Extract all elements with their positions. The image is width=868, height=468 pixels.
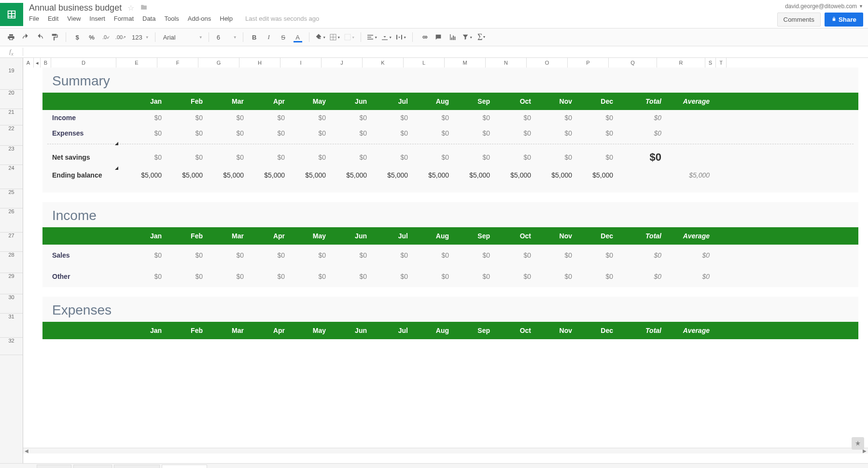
col-Q[interactable]: Q bbox=[609, 58, 657, 68]
star-icon[interactable]: ☆ bbox=[127, 3, 134, 13]
col-G[interactable]: G bbox=[198, 58, 239, 68]
borders-icon[interactable]: ▼ bbox=[329, 31, 341, 43]
strikethrough-icon[interactable]: S bbox=[277, 31, 290, 43]
menu-data[interactable]: Data bbox=[142, 15, 155, 22]
lock-icon bbox=[831, 16, 837, 23]
bold-icon[interactable]: B bbox=[248, 31, 261, 43]
share-button[interactable]: Share bbox=[825, 13, 863, 27]
menu-addons[interactable]: Add-ons bbox=[188, 15, 211, 22]
horizontal-scrollbar[interactable]: ◀ ▶ bbox=[23, 448, 868, 454]
row-26[interactable]: 26 bbox=[0, 208, 23, 233]
menu-file[interactable]: File bbox=[29, 15, 39, 22]
filter-icon[interactable]: ▼ bbox=[461, 31, 474, 43]
sheet-body[interactable]: Summary JanFebMarAprMayJunJulAugSepOctNo… bbox=[23, 68, 868, 463]
tab-summary[interactable]: Summary▼ bbox=[162, 465, 207, 468]
expenses-row[interactable]: Expenses $0$0$0$0$0$0$0$0$0$0$0$0 $0 bbox=[42, 125, 858, 141]
formula-input[interactable] bbox=[23, 46, 868, 57]
insert-chart-icon[interactable] bbox=[447, 31, 459, 43]
scroll-left-icon[interactable]: ◀ bbox=[23, 448, 30, 454]
fill-color-icon[interactable]: ▼ bbox=[314, 31, 327, 43]
row-23[interactable]: 23 bbox=[0, 146, 23, 165]
font-size-select[interactable]: 6 bbox=[214, 33, 238, 42]
horizontal-align-icon[interactable]: ▼ bbox=[366, 31, 378, 43]
expenses-title: Expenses bbox=[42, 297, 858, 322]
menu-format[interactable]: Format bbox=[114, 15, 134, 22]
row-28[interactable]: 28 bbox=[0, 252, 23, 273]
paint-format-icon[interactable] bbox=[48, 31, 61, 43]
vertical-align-icon[interactable]: ▼ bbox=[380, 31, 393, 43]
col-D[interactable]: D bbox=[51, 58, 116, 68]
tab-expenses[interactable]: Expenses▼ bbox=[114, 465, 160, 468]
text-wrap-icon[interactable]: ▼ bbox=[395, 31, 407, 43]
menu-tools[interactable]: Tools bbox=[164, 15, 179, 22]
folder-icon[interactable] bbox=[140, 4, 148, 13]
col-O[interactable]: O bbox=[527, 58, 568, 68]
row-20[interactable]: 20 bbox=[0, 90, 23, 109]
italic-icon[interactable]: I bbox=[263, 31, 275, 43]
menu-edit[interactable]: Edit bbox=[48, 15, 58, 22]
text-color-icon[interactable]: A bbox=[292, 31, 304, 43]
row-27[interactable]: 27 bbox=[0, 233, 23, 252]
add-sheet-button[interactable]: + bbox=[4, 465, 15, 468]
col-F[interactable]: F bbox=[157, 58, 198, 68]
row-25[interactable]: 25 bbox=[0, 189, 23, 208]
tab-setup[interactable]: Setup▼ bbox=[37, 465, 71, 468]
row-32[interactable]: 32 bbox=[0, 338, 23, 355]
col-B[interactable]: B bbox=[41, 58, 51, 68]
decrease-decimal-icon[interactable]: .0↙ bbox=[100, 31, 112, 43]
col-I[interactable]: I bbox=[280, 58, 322, 68]
user-email[interactable]: david.george@ditoweb.com ▼ bbox=[785, 3, 863, 10]
print-icon[interactable] bbox=[5, 31, 17, 43]
note-indicator-icon[interactable] bbox=[115, 166, 118, 170]
select-all-corner[interactable] bbox=[0, 58, 23, 68]
doc-title[interactable]: Annual business budget bbox=[29, 3, 122, 13]
sales-row[interactable]: Sales $0$0$0$0$0$0$0$0$0$0$0$0 $0$0 bbox=[42, 245, 858, 266]
col-R[interactable]: R bbox=[657, 58, 705, 68]
all-sheets-button[interactable]: ≡ bbox=[17, 465, 29, 468]
net-savings-row[interactable]: Net savings $0$0$0$0$0$0$0$0$0$0$0$0 $0 bbox=[42, 147, 858, 167]
row-19[interactable]: 19 bbox=[0, 68, 23, 90]
row-22[interactable]: 22 bbox=[0, 125, 23, 146]
col-N[interactable]: N bbox=[486, 58, 527, 68]
row-31[interactable]: 31 bbox=[0, 314, 23, 338]
col-M[interactable]: M bbox=[445, 58, 486, 68]
undo-icon[interactable] bbox=[19, 31, 32, 43]
increase-decimal-icon[interactable]: .00↗ bbox=[114, 31, 127, 43]
menu-insert[interactable]: Insert bbox=[89, 15, 105, 22]
note-indicator-icon[interactable] bbox=[115, 142, 118, 145]
insert-link-icon[interactable] bbox=[418, 31, 430, 43]
col-H[interactable]: H bbox=[239, 58, 280, 68]
redo-icon[interactable] bbox=[34, 31, 46, 43]
col-E[interactable]: E bbox=[116, 58, 157, 68]
col-S[interactable]: S bbox=[705, 58, 716, 68]
row-21[interactable]: 21 bbox=[0, 109, 23, 125]
currency-icon[interactable]: $ bbox=[71, 31, 84, 43]
svg-rect-3 bbox=[345, 34, 350, 40]
col-A[interactable]: A bbox=[23, 58, 34, 68]
row-24[interactable]: 24 bbox=[0, 165, 23, 189]
col-P[interactable]: P bbox=[568, 58, 609, 68]
number-format-select[interactable]: 123 bbox=[129, 33, 150, 42]
menu-view[interactable]: View bbox=[67, 15, 81, 22]
col-L[interactable]: L bbox=[404, 58, 445, 68]
percent-icon[interactable]: % bbox=[85, 31, 98, 43]
functions-icon[interactable]: Σ▼ bbox=[476, 31, 488, 43]
income-row[interactable]: Income $0$0$0$0$0$0$0$0$0$0$0$0 $0 bbox=[42, 110, 858, 125]
col-group-indicator[interactable]: ◂ bbox=[34, 58, 41, 68]
row-30[interactable]: 30 bbox=[0, 294, 23, 314]
tab-income[interactable]: Income▼ bbox=[73, 465, 112, 468]
comments-button[interactable]: Comments bbox=[777, 13, 821, 27]
menu-help[interactable]: Help bbox=[220, 15, 233, 22]
last-edit-text[interactable]: Last edit was seconds ago bbox=[245, 15, 319, 22]
col-K[interactable]: K bbox=[363, 58, 404, 68]
ending-balance-row[interactable]: Ending balance $5,000$5,000$5,000$5,000$… bbox=[42, 167, 858, 183]
explore-button[interactable] bbox=[852, 437, 864, 450]
insert-comment-icon[interactable] bbox=[432, 31, 445, 43]
other-row[interactable]: Other $0$0$0$0$0$0$0$0$0$0$0$0 $0$0 bbox=[42, 266, 858, 287]
col-J[interactable]: J bbox=[322, 58, 363, 68]
merge-cells-icon[interactable]: ▼ bbox=[343, 31, 356, 43]
font-select[interactable]: Arial bbox=[160, 33, 204, 42]
row-29[interactable]: 29 bbox=[0, 273, 23, 294]
sheets-logo[interactable] bbox=[0, 3, 23, 26]
col-T[interactable]: T bbox=[716, 58, 727, 68]
